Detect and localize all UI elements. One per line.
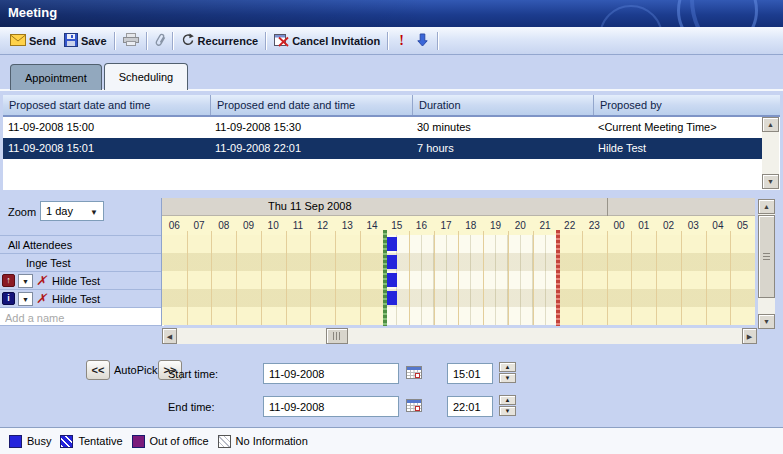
hour-gridline: [533, 231, 534, 325]
hour-gridline: [360, 231, 361, 325]
start-time-label: Start time:: [168, 368, 218, 380]
proposals-table-body: 11-09-2008 15:0011-09-2008 15:3030 minut…: [3, 117, 780, 190]
attach-button[interactable]: [151, 30, 169, 51]
timeline-hscrollbar[interactable]: [162, 328, 757, 344]
hour-gridline: [409, 231, 410, 325]
hour-gridline: [656, 231, 657, 325]
spinner-down-button[interactable]: ▼: [499, 373, 516, 383]
recurrence-button[interactable]: Recurrence: [177, 31, 263, 51]
free-busy-legend: BusyTentativeOut of officeNo Information: [0, 427, 783, 454]
legend-item: Out of office: [132, 435, 209, 448]
chevron-down-icon: ▼: [90, 208, 98, 217]
start-time-field[interactable]: [447, 363, 493, 384]
timeline-hscroll-thumb[interactable]: [326, 328, 348, 344]
remove-attendee-icon[interactable]: ✗: [36, 273, 47, 288]
attendee-options-dropdown[interactable]: ▼: [18, 274, 33, 288]
spinner-up-button[interactable]: ▲: [499, 362, 516, 372]
cell-start: 11-09-2008 15:00: [8, 121, 94, 133]
toolbar-separator: [387, 32, 389, 50]
end-date-picker-button[interactable]: [404, 397, 424, 415]
hour-label: 21: [533, 220, 558, 231]
legend-swatch-noinfo: [218, 435, 231, 448]
envelope-icon: [10, 34, 26, 48]
hour-label: 02: [656, 220, 681, 231]
attendee-row[interactable]: i▼✗Hilde Test: [0, 289, 162, 307]
meeting-end-line[interactable]: [556, 230, 560, 326]
spinner-up-button[interactable]: ▲: [499, 395, 516, 405]
legend-swatch-oof: [132, 435, 145, 448]
attendee-row[interactable]: ↑▼✗Hilde Test: [0, 271, 162, 289]
autopick-previous-button[interactable]: <<: [86, 360, 110, 380]
timeline-scroll-down-button[interactable]: ▼: [758, 314, 775, 329]
save-button[interactable]: Save: [60, 31, 111, 51]
timeline-scroll-left-button[interactable]: ◀: [162, 328, 177, 344]
toolbar-separator: [114, 32, 116, 50]
add-attendee-input[interactable]: [1, 309, 164, 326]
timeline-vscroll-thumb[interactable]: [758, 215, 775, 298]
table-row[interactable]: 11-09-2008 15:0011-09-2008 15:3030 minut…: [3, 117, 762, 138]
meeting-window: Meeting Send Save Recurrence Cance: [0, 0, 783, 454]
cell-start: 11-09-2008 15:01: [8, 142, 94, 154]
hour-label: 03: [681, 220, 706, 231]
hour-label: 17: [434, 220, 459, 231]
column-header-start[interactable]: Proposed start date and time: [3, 95, 210, 115]
arrow-up-icon: ▲: [505, 397, 511, 403]
meeting-start-line[interactable]: [383, 230, 387, 326]
printer-icon: [123, 33, 139, 48]
hour-gridline: [286, 231, 287, 325]
hour-label: 08: [211, 220, 236, 231]
attendee-name: All Attendees: [8, 239, 72, 251]
attendee-row[interactable]: All Attendees: [0, 235, 162, 253]
calendar-icon: [406, 397, 423, 415]
titlebar-decoration: [599, 5, 663, 28]
priority-low-button[interactable]: [411, 31, 434, 51]
legend-label: No Information: [236, 435, 308, 447]
hour-label: 23: [582, 220, 607, 231]
start-date-picker-button[interactable]: [404, 364, 424, 382]
start-time-spinner: ▲ ▼: [499, 362, 516, 384]
cell-proposed_by: Hilde Test: [598, 142, 646, 154]
toolbar-separator: [265, 32, 267, 50]
table-scroll-up-button[interactable]: ▲: [762, 117, 779, 132]
column-header-end[interactable]: Proposed end date and time: [210, 95, 412, 115]
arrow-down-icon: [417, 33, 428, 49]
tab-scheduling[interactable]: Scheduling: [104, 63, 188, 90]
hour-label: 16: [409, 220, 434, 231]
proposals-table-header: Proposed start date and time Proposed en…: [3, 95, 780, 117]
print-button[interactable]: [119, 31, 143, 50]
timeline-date-label: Thu 11 Sep 2008: [268, 200, 352, 212]
arrow-left-icon: ◀: [167, 333, 172, 340]
timeline-scroll-up-button[interactable]: ▲: [758, 199, 775, 214]
hour-label: 06: [162, 220, 187, 231]
attendee-row[interactable]: Inge Test: [0, 253, 162, 271]
end-time-field[interactable]: [447, 396, 493, 417]
column-header-proposed-by[interactable]: Proposed by: [593, 95, 780, 115]
hour-label: 07: [187, 220, 212, 231]
end-time-label: End time:: [168, 401, 214, 413]
end-date-field[interactable]: [263, 396, 399, 417]
legend-label: Tentative: [78, 435, 122, 447]
spinner-down-button[interactable]: ▼: [499, 406, 516, 416]
tab-bar: AppointmentScheduling: [10, 64, 188, 90]
table-scroll-down-button[interactable]: ▼: [762, 174, 779, 189]
priority-high-button[interactable]: !: [392, 32, 411, 50]
save-icon: [64, 33, 78, 49]
table-row[interactable]: 11-09-2008 15:0111-09-2008 22:017 hoursH…: [3, 138, 762, 159]
hour-gridline: [730, 231, 731, 325]
timeline-scroll-right-button[interactable]: ▶: [742, 328, 757, 344]
cancel-invitation-button[interactable]: Cancel Invitation: [270, 31, 384, 51]
column-header-duration[interactable]: Duration: [412, 95, 593, 115]
start-date-field[interactable]: [263, 363, 399, 384]
attendee-options-dropdown[interactable]: ▼: [18, 292, 33, 306]
tab-appointment[interactable]: Appointment: [10, 64, 102, 90]
arrow-right-icon: ▶: [747, 333, 752, 340]
attendee-name: Inge Test: [26, 257, 70, 269]
legend-swatch-tentative: [60, 435, 73, 448]
send-button[interactable]: Send: [6, 32, 60, 50]
zoom-select[interactable]: 1 day ▼: [40, 201, 104, 221]
arrow-down-icon: ▼: [505, 408, 511, 414]
legend-swatch-busy: [9, 435, 22, 448]
legend-label: Out of office: [150, 435, 209, 447]
remove-attendee-icon[interactable]: ✗: [36, 291, 47, 306]
chevron-down-icon: ▼: [22, 278, 29, 285]
